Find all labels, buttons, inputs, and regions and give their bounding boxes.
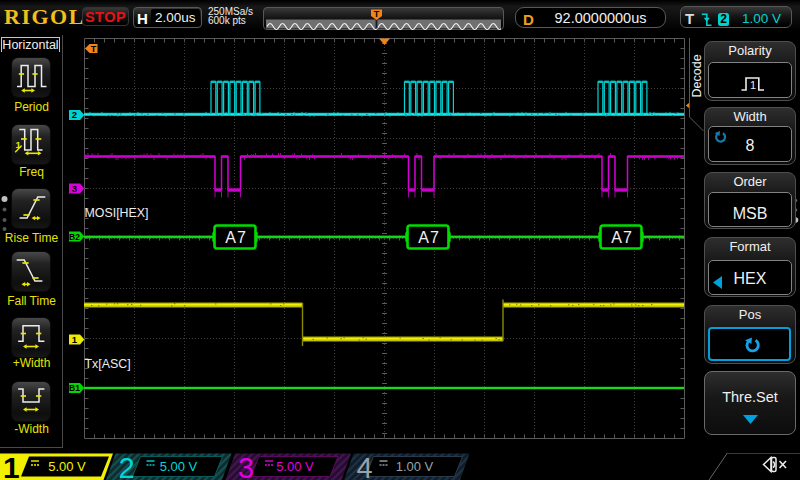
svg-text:5.00 V: 5.00 V	[48, 459, 86, 474]
svg-text:1: 1	[3, 451, 20, 480]
svg-text:MOSI[HEX]: MOSI[HEX]	[85, 206, 149, 220]
svg-text:3: 3	[238, 452, 254, 480]
svg-text:T: T	[91, 44, 97, 54]
svg-text:1.00 V: 1.00 V	[396, 459, 434, 474]
svg-text:A7: A7	[611, 229, 633, 246]
svg-text:2: 2	[72, 109, 77, 120]
svg-text:B1: B1	[69, 383, 80, 393]
svg-text:A7: A7	[225, 229, 247, 246]
svg-text:3: 3	[72, 183, 77, 194]
svg-text:B2: B2	[69, 232, 80, 242]
svg-text:A7: A7	[418, 229, 440, 246]
svg-text:Tx[ASC]: Tx[ASC]	[85, 357, 131, 371]
svg-text:Decode: Decode	[690, 54, 704, 97]
svg-text:2: 2	[119, 452, 135, 480]
svg-text:T: T	[374, 9, 380, 19]
svg-text:5.00 V: 5.00 V	[276, 459, 314, 474]
svg-text:1: 1	[750, 79, 756, 91]
svg-text:5.00 V: 5.00 V	[160, 459, 198, 474]
svg-text:4: 4	[357, 452, 373, 480]
svg-text:1: 1	[72, 334, 78, 345]
